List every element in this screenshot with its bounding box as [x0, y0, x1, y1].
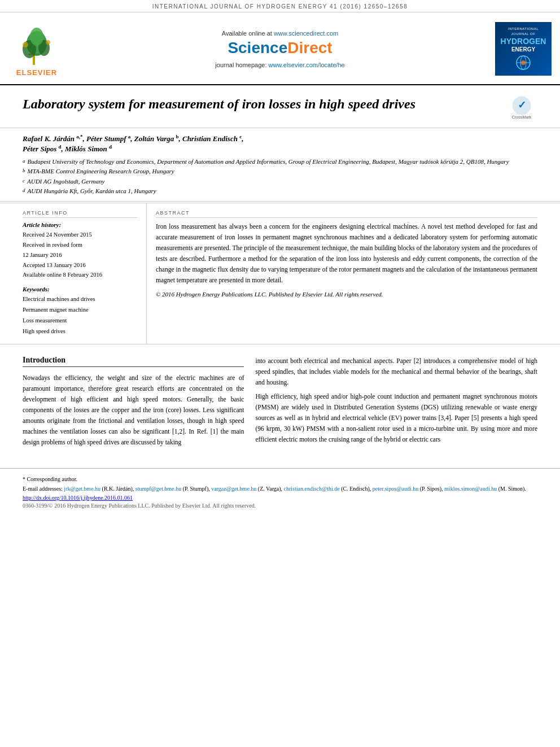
doi-link[interactable]: http://dx.doi.org/10.1016/j.ijhydene.201… — [23, 495, 133, 501]
available-online-date: Available online 8 February 2016 — [23, 270, 137, 280]
article-title: Laboratory system for measurement of iro… — [23, 95, 495, 113]
copyright-notice: © 2016 Hydrogen Energy Publications LLC.… — [156, 289, 537, 299]
intro-paragraph-2: into account both electrical and mechani… — [255, 356, 537, 445]
svg-text:✓: ✓ — [518, 99, 526, 111]
abstract-label: ABSTRACT — [156, 210, 537, 218]
keywords-heading: Keywords: — [23, 286, 137, 292]
article-info-abstract-section: ARTICLE INFO Article history: Received 2… — [0, 203, 560, 344]
globe-icon — [515, 54, 532, 71]
affiliations: a Budapest University of Technology and … — [23, 157, 537, 196]
journal-homepage-text: journal homepage: www.elsevier.com/locat… — [215, 62, 344, 68]
doi-line: http://dx.doi.org/10.1016/j.ijhydene.201… — [23, 495, 537, 501]
keywords-section: Keywords: Electrical machines and drives… — [23, 286, 137, 337]
article-title-area: Laboratory system for measurement of iro… — [0, 85, 560, 128]
affiliation-c: c AUDI AG Ingolstadt, Germany — [23, 177, 537, 187]
email-sipos[interactable]: peter.sipos@audi.hu — [373, 486, 418, 492]
hydrogen-journal-name: HYDROGEN — [501, 37, 546, 46]
email-jardan[interactable]: jrk@get.bme.hu — [64, 486, 100, 492]
svg-point-11 — [521, 60, 526, 65]
issn-line: 0360-3199/© 2016 Hydrogen Energy Publica… — [23, 503, 537, 509]
corresponding-author-note: * Corresponding author. — [23, 474, 537, 484]
affiliation-d: d AUDI Hungária Kft, Győr, Kardán utca 1… — [23, 186, 537, 196]
article-history-heading: Article history: — [23, 221, 137, 228]
elsevier-wordmark: ELSEVIER — [16, 68, 57, 77]
keyword-4: High speed drives — [23, 326, 137, 337]
introduction-heading: Introduction — [23, 356, 244, 367]
keyword-3: Loss measurement — [23, 316, 137, 326]
email-varga[interactable]: vargaz@get.bme.hu — [211, 486, 256, 492]
intro-paragraph-1: Nowadays the efficiency, the weight and … — [23, 373, 244, 448]
email-stumpf[interactable]: stumpf@get.bme.hu — [135, 486, 181, 492]
svg-point-5 — [30, 28, 43, 46]
body-content: Introduction Nowadays the efficiency, th… — [0, 344, 560, 462]
article-info-label: ARTICLE INFO — [23, 210, 137, 218]
body-right-column: into account both electrical and mechani… — [255, 356, 537, 451]
elsevier-logo: ELSEVIER — [0, 18, 73, 80]
authors-line: Rafael K. Járdán a,*, Péter Stumpf a, Zo… — [23, 134, 537, 154]
body-left-column: Introduction Nowadays the efficiency, th… — [23, 356, 244, 451]
keyword-1: Electrical machines and drives — [23, 294, 137, 305]
crossmark-badge: ✓ CrossMark — [506, 95, 537, 121]
journal-bar-text: INTERNATIONAL JOURNAL OF HYDROGEN ENERGY… — [152, 3, 408, 10]
hydrogen-energy-logo: InternationalJournal of HYDROGEN ENERGY — [487, 18, 560, 80]
journal-bar: INTERNATIONAL JOURNAL OF HYDROGEN ENERGY… — [0, 0, 560, 12]
affiliation-a: a Budapest University of Technology and … — [23, 157, 537, 167]
svg-text:CrossMark: CrossMark — [512, 115, 532, 120]
hydrogen-energy-label: ENERGY — [511, 46, 535, 53]
svg-point-6 — [23, 42, 28, 47]
accepted-date: Accepted 13 January 2016 — [23, 260, 137, 270]
email-endisch[interactable]: christian.endisch@thi.de — [284, 486, 340, 492]
abstract-body: Iron loss measurement has always been a … — [156, 221, 537, 299]
article-info-column: ARTICLE INFO Article history: Received 2… — [0, 203, 147, 344]
svg-point-7 — [46, 40, 50, 45]
elsevier-tree-svg — [11, 21, 62, 66]
crossmark-icon: ✓ CrossMark — [509, 95, 535, 121]
abstract-column: ABSTRACT Iron loss measurement has alway… — [147, 203, 560, 344]
header-center: Available online at www.sciencedirect.co… — [73, 18, 487, 80]
email-addresses-line: E-mail addresses: jrk@get.bme.hu (R.K. J… — [23, 484, 537, 493]
available-online-text: Available online at www.sciencedirect.co… — [222, 30, 338, 37]
authors-area: Rafael K. Járdán a,*, Péter Stumpf a, Zo… — [0, 128, 560, 202]
journal-homepage-url[interactable]: www.elsevier.com/locate/he — [269, 62, 345, 68]
keyword-2: Permanent magnet machine — [23, 305, 137, 316]
email-simon[interactable]: miklos.simon@audi.hu — [444, 486, 497, 492]
received-date: Received 24 November 2015 — [23, 230, 137, 240]
revised-label: Received in revised form — [23, 240, 137, 250]
article-history: Article history: Received 24 November 20… — [23, 221, 137, 280]
science-direct-url[interactable]: www.sciencedirect.com — [274, 30, 338, 37]
abstract-paragraph: Iron loss measurement has always been a … — [156, 221, 537, 286]
header-area: ELSEVIER Available online at www.science… — [0, 12, 560, 85]
hydrogen-logo-box: InternationalJournal of HYDROGEN ENERGY — [495, 22, 552, 76]
affiliation-b: b MTA-BME Control Engineering Research G… — [23, 167, 537, 177]
revised-date: 12 January 2016 — [23, 250, 137, 260]
footer-area: * Corresponding author. E-mail addresses… — [0, 468, 560, 512]
sciencedirect-logo-text: ScienceDirect — [228, 39, 332, 57]
